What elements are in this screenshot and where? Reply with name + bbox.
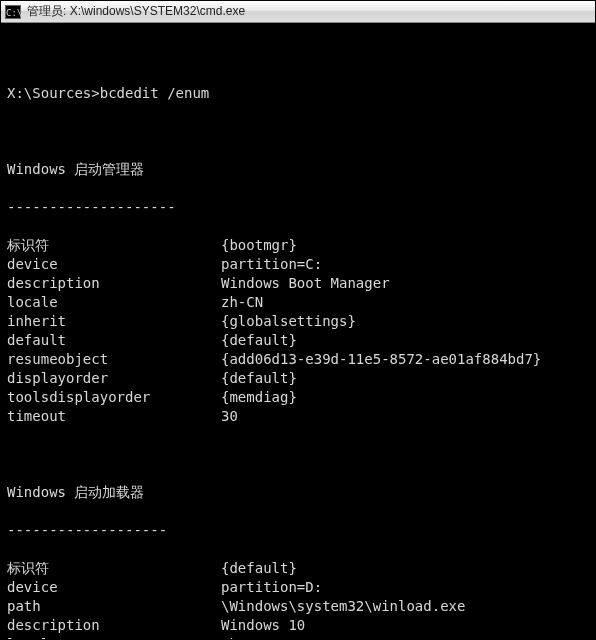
- config-value: {default}: [221, 559, 589, 578]
- config-value: 30: [221, 407, 589, 426]
- config-key: toolsdisplayorder: [7, 388, 221, 407]
- config-value: {default}: [221, 331, 589, 350]
- config-value: Windows 10: [221, 616, 589, 635]
- config-key: locale: [7, 293, 221, 312]
- section-divider: -------------------: [7, 521, 589, 540]
- section-divider: --------------------: [7, 198, 589, 217]
- config-row: devicepartition=D:: [7, 578, 589, 597]
- terminal-output: X:\Sources>bcdedit /enum Windows 启动管理器 -…: [1, 23, 595, 640]
- config-value: Windows Boot Manager: [221, 274, 589, 293]
- titlebar[interactable]: C:\ 管理员: X:\windows\SYSTEM32\cmd.exe: [1, 1, 595, 23]
- config-row: resumeobject{add06d13-e39d-11e5-8572-ae0…: [7, 350, 589, 369]
- cmd-icon: C:\: [5, 5, 21, 19]
- config-value: zh-CN: [221, 293, 589, 312]
- config-value: {globalsettings}: [221, 312, 589, 331]
- config-value: partition=D:: [221, 578, 589, 597]
- config-key: path: [7, 597, 221, 616]
- config-value: partition=C:: [221, 255, 589, 274]
- config-key: description: [7, 616, 221, 635]
- config-row: path\Windows\system32\winload.exe: [7, 597, 589, 616]
- config-row: descriptionWindows Boot Manager: [7, 274, 589, 293]
- config-row: inherit{globalsettings}: [7, 312, 589, 331]
- typed-command: bcdedit /enum: [100, 84, 210, 103]
- config-row: 标识符{bootmgr}: [7, 236, 589, 255]
- config-key: 标识符: [7, 559, 221, 578]
- config-key: timeout: [7, 407, 221, 426]
- config-key: locale: [7, 635, 221, 640]
- command-line: X:\Sources>bcdedit /enum: [7, 84, 589, 103]
- config-value: {default}: [221, 369, 589, 388]
- config-value: \Windows\system32\winload.exe: [221, 597, 589, 616]
- section-boot-loader-title: Windows 启动加载器: [7, 483, 589, 502]
- config-row: 标识符{default}: [7, 559, 589, 578]
- config-value: {bootmgr}: [221, 236, 589, 255]
- prompt-path: X:\Sources>: [7, 84, 100, 103]
- window-title: 管理员: X:\windows\SYSTEM32\cmd.exe: [27, 3, 245, 20]
- config-row: timeout30: [7, 407, 589, 426]
- config-key: device: [7, 578, 221, 597]
- config-value: zh-CN: [221, 635, 589, 640]
- config-row: descriptionWindows 10: [7, 616, 589, 635]
- config-row: devicepartition=C:: [7, 255, 589, 274]
- config-value: {add06d13-e39d-11e5-8572-ae01af884bd7}: [221, 350, 589, 369]
- config-row: displayorder{default}: [7, 369, 589, 388]
- config-row: localezh-CN: [7, 635, 589, 640]
- config-key: 标识符: [7, 236, 221, 255]
- config-row: default{default}: [7, 331, 589, 350]
- config-key: resumeobject: [7, 350, 221, 369]
- config-key: displayorder: [7, 369, 221, 388]
- config-key: inherit: [7, 312, 221, 331]
- config-key: default: [7, 331, 221, 350]
- config-value: {memdiag}: [221, 388, 589, 407]
- config-key: description: [7, 274, 221, 293]
- config-key: device: [7, 255, 221, 274]
- config-row: toolsdisplayorder{memdiag}: [7, 388, 589, 407]
- config-row: localezh-CN: [7, 293, 589, 312]
- section-boot-manager-title: Windows 启动管理器: [7, 160, 589, 179]
